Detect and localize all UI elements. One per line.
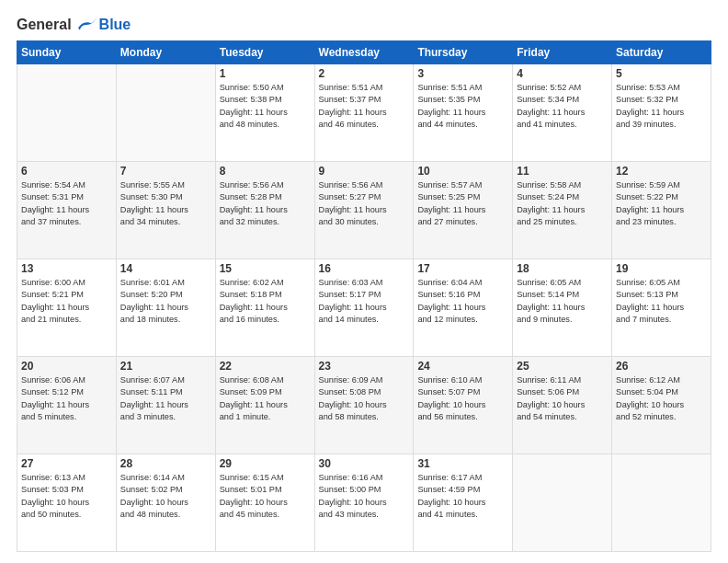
day-detail: Sunrise: 6:03 AM Sunset: 5:17 PM Dayligh… — [319, 277, 410, 326]
calendar-cell: 4Sunrise: 5:52 AM Sunset: 5:34 PM Daylig… — [513, 64, 612, 162]
calendar-cell: 26Sunrise: 6:12 AM Sunset: 5:04 PM Dayli… — [612, 357, 711, 454]
day-number: 15 — [220, 262, 311, 275]
calendar-cell: 12Sunrise: 5:59 AM Sunset: 5:22 PM Dayli… — [612, 162, 711, 259]
day-detail: Sunrise: 5:54 AM Sunset: 5:31 PM Dayligh… — [21, 179, 112, 228]
day-detail: Sunrise: 6:01 AM Sunset: 5:20 PM Dayligh… — [120, 277, 211, 326]
calendar-cell — [612, 454, 711, 552]
calendar-table: SundayMondayTuesdayWednesdayThursdayFrid… — [17, 40, 711, 552]
calendar-cell: 22Sunrise: 6:08 AM Sunset: 5:09 PM Dayli… — [215, 357, 314, 454]
calendar-cell: 31Sunrise: 6:17 AM Sunset: 4:59 PM Dayli… — [414, 454, 513, 552]
day-detail: Sunrise: 5:58 AM Sunset: 5:24 PM Dayligh… — [517, 179, 608, 228]
day-number: 22 — [220, 360, 311, 373]
calendar-cell: 8Sunrise: 5:56 AM Sunset: 5:28 PM Daylig… — [215, 162, 314, 259]
calendar-cell — [513, 454, 612, 552]
day-detail: Sunrise: 5:56 AM Sunset: 5:27 PM Dayligh… — [319, 179, 410, 228]
day-number: 10 — [417, 165, 508, 178]
day-detail: Sunrise: 6:07 AM Sunset: 5:11 PM Dayligh… — [120, 374, 211, 423]
day-number: 26 — [616, 360, 707, 373]
day-number: 1 — [220, 67, 311, 80]
calendar-cell: 29Sunrise: 6:15 AM Sunset: 5:01 PM Dayli… — [215, 454, 314, 552]
calendar-cell: 11Sunrise: 5:58 AM Sunset: 5:24 PM Dayli… — [513, 162, 612, 259]
day-detail: Sunrise: 5:59 AM Sunset: 5:22 PM Dayligh… — [616, 179, 707, 228]
calendar-cell: 19Sunrise: 6:05 AM Sunset: 5:13 PM Dayli… — [612, 259, 711, 357]
day-number: 16 — [319, 262, 410, 275]
calendar-cell — [17, 64, 117, 162]
calendar-week-3: 13Sunrise: 6:00 AM Sunset: 5:21 PM Dayli… — [17, 259, 711, 357]
day-number: 8 — [220, 165, 311, 178]
day-number: 20 — [21, 360, 112, 373]
day-number: 5 — [616, 67, 707, 80]
weekday-header-saturday: Saturday — [612, 41, 711, 64]
day-detail: Sunrise: 6:04 AM Sunset: 5:16 PM Dayligh… — [417, 277, 508, 326]
logo-bird-icon — [74, 17, 99, 33]
day-number: 6 — [21, 165, 112, 178]
day-number: 3 — [417, 67, 508, 80]
day-detail: Sunrise: 5:56 AM Sunset: 5:28 PM Dayligh… — [220, 179, 311, 228]
calendar-week-5: 27Sunrise: 6:13 AM Sunset: 5:03 PM Dayli… — [17, 454, 711, 552]
day-detail: Sunrise: 6:16 AM Sunset: 5:00 PM Dayligh… — [319, 472, 410, 521]
day-detail: Sunrise: 5:57 AM Sunset: 5:25 PM Dayligh… — [417, 179, 508, 228]
day-number: 25 — [517, 360, 608, 373]
day-detail: Sunrise: 5:51 AM Sunset: 5:37 PM Dayligh… — [319, 82, 410, 131]
day-number: 17 — [417, 262, 508, 275]
day-detail: Sunrise: 5:51 AM Sunset: 5:35 PM Dayligh… — [417, 82, 508, 131]
calendar-cell: 9Sunrise: 5:56 AM Sunset: 5:27 PM Daylig… — [314, 162, 414, 259]
day-detail: Sunrise: 6:10 AM Sunset: 5:07 PM Dayligh… — [417, 374, 508, 423]
day-number: 28 — [120, 457, 211, 470]
day-number: 31 — [417, 457, 508, 470]
day-number: 19 — [616, 262, 707, 275]
header: GeneralBlue — [17, 17, 711, 33]
day-detail: Sunrise: 5:55 AM Sunset: 5:30 PM Dayligh… — [120, 179, 211, 228]
calendar-cell: 28Sunrise: 6:14 AM Sunset: 5:02 PM Dayli… — [116, 454, 215, 552]
day-number: 11 — [517, 165, 608, 178]
calendar-cell: 16Sunrise: 6:03 AM Sunset: 5:17 PM Dayli… — [314, 259, 414, 357]
calendar-cell: 25Sunrise: 6:11 AM Sunset: 5:06 PM Dayli… — [513, 357, 612, 454]
page: GeneralBlue SundayMondayTuesdayWednesday… — [0, 0, 728, 563]
day-detail: Sunrise: 5:50 AM Sunset: 5:38 PM Dayligh… — [220, 82, 311, 131]
day-detail: Sunrise: 6:08 AM Sunset: 5:09 PM Dayligh… — [220, 374, 311, 423]
day-detail: Sunrise: 5:53 AM Sunset: 5:32 PM Dayligh… — [616, 82, 707, 131]
weekday-header-sunday: Sunday — [17, 41, 117, 64]
day-number: 30 — [319, 457, 410, 470]
calendar-cell: 17Sunrise: 6:04 AM Sunset: 5:16 PM Dayli… — [414, 259, 513, 357]
weekday-header-wednesday: Wednesday — [314, 41, 414, 64]
day-number: 2 — [319, 67, 410, 80]
day-detail: Sunrise: 6:11 AM Sunset: 5:06 PM Dayligh… — [517, 374, 608, 423]
logo-general-text: General — [17, 17, 72, 33]
logo-blue-text: Blue — [99, 17, 131, 33]
calendar-week-4: 20Sunrise: 6:06 AM Sunset: 5:12 PM Dayli… — [17, 357, 711, 454]
calendar-cell: 7Sunrise: 5:55 AM Sunset: 5:30 PM Daylig… — [116, 162, 215, 259]
calendar-cell: 30Sunrise: 6:16 AM Sunset: 5:00 PM Dayli… — [314, 454, 414, 552]
day-number: 13 — [21, 262, 112, 275]
calendar-cell: 2Sunrise: 5:51 AM Sunset: 5:37 PM Daylig… — [314, 64, 414, 162]
day-detail: Sunrise: 6:13 AM Sunset: 5:03 PM Dayligh… — [21, 472, 112, 521]
calendar-cell: 23Sunrise: 6:09 AM Sunset: 5:08 PM Dayli… — [314, 357, 414, 454]
weekday-header-tuesday: Tuesday — [215, 41, 314, 64]
day-number: 12 — [616, 165, 707, 178]
calendar-cell — [116, 64, 215, 162]
calendar-cell: 3Sunrise: 5:51 AM Sunset: 5:35 PM Daylig… — [414, 64, 513, 162]
weekday-header-thursday: Thursday — [414, 41, 513, 64]
day-detail: Sunrise: 6:15 AM Sunset: 5:01 PM Dayligh… — [220, 472, 311, 521]
day-number: 27 — [21, 457, 112, 470]
calendar-cell: 15Sunrise: 6:02 AM Sunset: 5:18 PM Dayli… — [215, 259, 314, 357]
calendar-week-2: 6Sunrise: 5:54 AM Sunset: 5:31 PM Daylig… — [17, 162, 711, 259]
day-detail: Sunrise: 6:00 AM Sunset: 5:21 PM Dayligh… — [21, 277, 112, 326]
day-number: 29 — [220, 457, 311, 470]
day-detail: Sunrise: 6:09 AM Sunset: 5:08 PM Dayligh… — [319, 374, 410, 423]
day-number: 23 — [319, 360, 410, 373]
day-number: 18 — [517, 262, 608, 275]
day-number: 9 — [319, 165, 410, 178]
calendar-cell: 18Sunrise: 6:05 AM Sunset: 5:14 PM Dayli… — [513, 259, 612, 357]
day-detail: Sunrise: 6:05 AM Sunset: 5:13 PM Dayligh… — [616, 277, 707, 326]
day-number: 24 — [417, 360, 508, 373]
calendar-cell: 14Sunrise: 6:01 AM Sunset: 5:20 PM Dayli… — [116, 259, 215, 357]
calendar-cell: 6Sunrise: 5:54 AM Sunset: 5:31 PM Daylig… — [17, 162, 117, 259]
calendar-week-1: 1Sunrise: 5:50 AM Sunset: 5:38 PM Daylig… — [17, 64, 711, 162]
calendar-cell: 1Sunrise: 5:50 AM Sunset: 5:38 PM Daylig… — [215, 64, 314, 162]
day-detail: Sunrise: 5:52 AM Sunset: 5:34 PM Dayligh… — [517, 82, 608, 131]
calendar-cell: 5Sunrise: 5:53 AM Sunset: 5:32 PM Daylig… — [612, 64, 711, 162]
weekday-header-monday: Monday — [116, 41, 215, 64]
day-number: 14 — [120, 262, 211, 275]
calendar-cell: 20Sunrise: 6:06 AM Sunset: 5:12 PM Dayli… — [17, 357, 117, 454]
